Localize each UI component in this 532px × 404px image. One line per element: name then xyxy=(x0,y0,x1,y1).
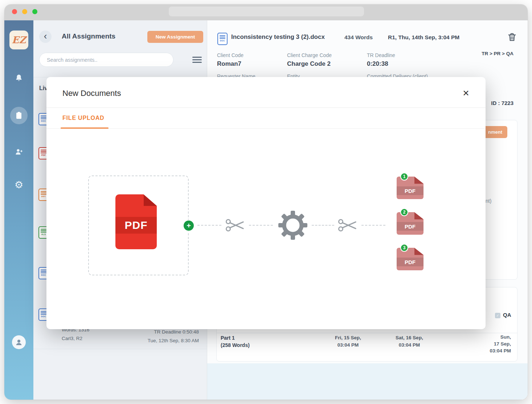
pdf-label: PDF xyxy=(397,186,423,195)
panel-footer-area xyxy=(207,363,528,400)
client-code-label: Client Code xyxy=(217,52,244,58)
add-user-icon[interactable] xyxy=(15,148,23,156)
part-name: Part 1 xyxy=(221,335,235,341)
profile-avatar[interactable] xyxy=(12,335,26,349)
dashed-connector xyxy=(361,225,385,226)
close-icon[interactable]: × xyxy=(459,86,473,100)
output-pdf-2: 2 PDF xyxy=(397,212,423,235)
charge-code-label: Client Charge Code xyxy=(287,52,332,58)
pdf-label: PDF xyxy=(397,258,423,266)
part-time-3: 03:04 PM xyxy=(471,348,511,354)
client-code-value: Roman7 xyxy=(217,60,241,68)
back-button[interactable]: ‹ xyxy=(39,31,52,43)
part-time-2: 03:04 PM xyxy=(388,342,431,348)
new-assignment-button[interactable]: New Assignment xyxy=(147,31,203,43)
pdf-label: PDF xyxy=(397,222,423,231)
active-tab-underline xyxy=(61,128,109,129)
delete-trash-icon[interactable] xyxy=(507,32,517,42)
part-date-3a: Sun, xyxy=(471,334,511,340)
output-badge-1: 1 xyxy=(400,173,408,181)
page-title: All Assignments xyxy=(62,32,115,40)
charge-code-value: Charge Code 2 xyxy=(287,60,331,68)
partial-text-fragment: nt) xyxy=(486,198,491,204)
minimize-window-button[interactable] xyxy=(22,9,27,14)
scissors-split-icon xyxy=(337,218,358,233)
source-pdf-icon: PDF xyxy=(115,194,157,249)
word-count: 434 Words xyxy=(344,34,373,41)
tabbar-divider xyxy=(46,128,486,129)
search-input[interactable] xyxy=(39,53,173,67)
qa-checkbox[interactable]: ✓ xyxy=(495,313,500,318)
pdf-label: PDF xyxy=(115,217,157,234)
output-pdf-3: 3 PDF xyxy=(397,248,423,270)
dashed-connector xyxy=(197,225,221,226)
modal-title: New Documents xyxy=(62,89,121,98)
tab-file-upload[interactable]: FILE UPLOAD xyxy=(62,115,104,121)
settings-gear-icon[interactable]: ⚙ xyxy=(15,180,23,189)
part-date-3b: 17 Sep, xyxy=(471,341,511,347)
tr-deadline-value: 0:20:38 xyxy=(367,60,388,68)
assignment-assignee: Carl3, R2 xyxy=(62,336,82,341)
assignment-date: Tue, 12th Sep, 8:30 AM xyxy=(148,338,199,343)
menu-hamburger-icon[interactable] xyxy=(192,57,202,63)
app-window: EZ xyxy=(4,4,528,400)
new-documents-modal: New Documents × FILE UPLOAD PDF + xyxy=(46,77,486,329)
tr-deadline-label: TR Deadline xyxy=(367,52,395,58)
notifications-bell-icon[interactable] xyxy=(15,74,23,82)
assignments-nav-active[interactable] xyxy=(10,107,28,124)
docx-file-icon: DOC xyxy=(217,33,228,45)
sidebar: EZ xyxy=(4,20,33,400)
document-title: Inconsistency testing 3 (2).docx xyxy=(231,33,325,41)
app-logo: EZ xyxy=(9,31,28,49)
clipboard-icon xyxy=(15,111,23,120)
part-date-2: Sat, 16 Sep, xyxy=(388,335,431,340)
assignment-tr-deadline: TR Deadline 0:50:48 xyxy=(154,329,199,335)
row-divider xyxy=(217,333,517,333)
output-pdf-1: 1 PDF xyxy=(397,177,423,199)
zoom-window-button[interactable] xyxy=(32,9,37,14)
part-word-count: (258 Words) xyxy=(221,342,250,348)
part-time-1: 03:04 PM xyxy=(326,342,370,348)
assignment-id: ID : 7223 xyxy=(491,100,513,106)
workflow-stages: TR > PR > QA xyxy=(482,51,513,56)
output-badge-2: 2 xyxy=(400,208,408,216)
add-file-plus-icon[interactable]: + xyxy=(183,220,195,231)
processing-gear-icon xyxy=(278,210,308,241)
titlebar xyxy=(4,4,528,20)
scissors-split-icon xyxy=(225,218,245,233)
dashed-connector xyxy=(249,225,273,226)
dashed-connector xyxy=(312,225,334,226)
list-row-divider xyxy=(33,349,207,349)
titlebar-pill xyxy=(169,7,364,16)
part-date-1: Fri, 15 Sep, xyxy=(326,335,370,340)
qa-label: QA xyxy=(503,312,511,318)
modal-header-divider xyxy=(46,108,486,108)
output-badge-3: 3 xyxy=(400,244,408,252)
close-window-button[interactable] xyxy=(12,9,17,14)
revision-deadline: R1, Thu, 14th Sep, 3:04 PM xyxy=(388,34,459,41)
